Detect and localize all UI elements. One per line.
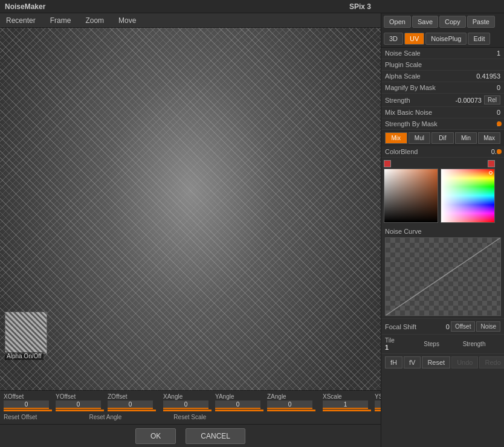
noise-curve-canvas[interactable] xyxy=(385,237,501,316)
tile-value: 1 xyxy=(385,344,422,351)
tile-label: Tile xyxy=(385,337,422,344)
zangle-input[interactable] xyxy=(267,400,312,409)
toolbar: Recenter Frame Zoom Move xyxy=(0,13,381,28)
noise-button[interactable]: Noise xyxy=(476,321,500,332)
frame-button[interactable]: Frame xyxy=(48,15,74,26)
mode-tabs: 3D UV NoisePlug Edit xyxy=(381,30,504,48)
colorblend-row: ColorBlend 0.6 xyxy=(381,146,504,158)
plugin-scale-row: Plugin Scale xyxy=(381,59,504,71)
paste-button[interactable]: Paste xyxy=(467,16,495,28)
zangle-label: ZAngle xyxy=(267,393,286,400)
right-panel: Open Save Copy Paste 3D UV NoisePlug Edi… xyxy=(381,13,504,447)
xangle-input[interactable] xyxy=(163,400,208,409)
reset-offset-button[interactable]: Reset Offset xyxy=(4,414,37,420)
cancel-button[interactable]: CANCEL xyxy=(186,428,245,444)
mix-basic-noise-row: Mix Basic Noise 0 xyxy=(381,107,504,118)
bottom-sliders: XOffset YOffset ZOffset XAngle xyxy=(0,390,381,424)
reset-button[interactable]: Reset xyxy=(422,356,450,368)
title-bar: NoiseMaker SPix 3 xyxy=(0,0,504,13)
zoffset-label: ZOffset xyxy=(108,393,128,400)
main-layout: Recenter Frame Zoom Move Alpha On/Off XO… xyxy=(0,13,504,447)
alpha-scale-label: Alpha Scale xyxy=(385,72,474,80)
ok-button[interactable]: OK xyxy=(135,428,176,444)
zoffset-group: ZOffset xyxy=(108,393,156,411)
blend-min-button[interactable]: Min xyxy=(455,132,477,144)
undo-button[interactable]: Undo xyxy=(451,356,478,368)
zoffset-bar xyxy=(108,410,156,411)
color-swatch-left[interactable] xyxy=(384,160,391,167)
tab-uv[interactable]: UV xyxy=(404,33,424,45)
copy-button[interactable]: Copy xyxy=(439,16,466,28)
rel-button[interactable]: Rel xyxy=(484,95,500,105)
offset-row: XOffset YOffset ZOffset XAngle xyxy=(4,393,377,411)
save-button[interactable]: Save xyxy=(412,16,438,28)
xscale-label: XScale xyxy=(323,393,342,400)
tab-noiseplug[interactable]: NoisePlug xyxy=(425,33,467,45)
color-section xyxy=(381,158,504,225)
xoffset-label: XOffset xyxy=(4,393,24,400)
mix-basic-noise-label: Mix Basic Noise xyxy=(385,109,494,116)
noise-scale-value: 1 xyxy=(497,50,500,57)
blend-max-button[interactable]: Max xyxy=(478,132,500,144)
tab-edit[interactable]: Edit xyxy=(468,33,490,45)
xscale-group: XScale xyxy=(323,393,371,411)
steps-label: Steps xyxy=(424,341,461,347)
xoffset-bar xyxy=(4,410,52,411)
yoffset-group: YOffset xyxy=(56,393,104,411)
alpha-scale-value: 0.41953 xyxy=(476,72,500,80)
strength-mask-label: Strength By Mask xyxy=(385,120,494,127)
xoffset-input[interactable] xyxy=(4,400,49,409)
alpha-scale-row: Alpha Scale 0.41953 xyxy=(381,71,504,82)
strength2-label: Strength xyxy=(463,341,500,347)
fv-button[interactable]: fV xyxy=(404,356,421,368)
blend-mul-button[interactable]: Mul xyxy=(409,132,431,144)
move-button[interactable]: Move xyxy=(116,15,138,26)
strength-mask-dot xyxy=(497,121,502,126)
reset-angle-button[interactable]: Reset Angle xyxy=(89,414,121,420)
yangle-input[interactable] xyxy=(215,400,260,409)
strength-row: Strength -0.00073 Rel xyxy=(381,94,504,107)
zangle-group: ZAngle xyxy=(267,393,315,411)
noise-curve-label: Noise Curve xyxy=(385,228,500,235)
gradient-picker-right[interactable] xyxy=(441,169,495,223)
color-swatch-right[interactable] xyxy=(488,160,495,167)
zoom-button[interactable]: Zoom xyxy=(83,15,106,26)
colorblend-dot xyxy=(497,149,502,154)
yangle-label: YAngle xyxy=(215,393,234,400)
offset-button[interactable]: Offset xyxy=(451,321,476,332)
xscale-bar xyxy=(323,410,371,411)
xangle-label: XAngle xyxy=(163,393,183,400)
alpha-preview xyxy=(5,312,47,354)
magnify-mask-value: 0 xyxy=(497,84,500,91)
blend-mix-button[interactable]: Mix xyxy=(385,132,407,144)
color-pickers-row xyxy=(384,160,502,223)
zoffset-input[interactable] xyxy=(108,400,153,409)
noise-scale-row: Noise Scale 1 xyxy=(381,48,504,59)
strength2-group: Strength xyxy=(463,341,500,347)
viewport: Alpha On/Off xyxy=(0,28,381,390)
ok-cancel-bar: OK CANCEL xyxy=(0,424,381,447)
noise-curve-section: Noise Curve xyxy=(381,225,504,318)
cp-cursor-right xyxy=(489,171,493,175)
tab-3d[interactable]: 3D xyxy=(384,33,403,45)
tile-steps-strength-row: Tile 1 Steps Strength xyxy=(381,334,504,353)
reset-scale-button[interactable]: Reset Scale xyxy=(173,414,206,420)
strength-label: Strength xyxy=(385,97,453,104)
svg-line-0 xyxy=(386,238,500,315)
xscale-input[interactable] xyxy=(323,400,368,409)
fh-button[interactable]: fH xyxy=(385,356,402,368)
xoffset-group: XOffset xyxy=(4,393,52,411)
focal-shift-row: Focal Shift 0 Offset Noise xyxy=(381,318,504,334)
strength-value: -0.00073 xyxy=(456,97,482,104)
recenter-button[interactable]: Recenter xyxy=(4,15,38,26)
noise-scale-label: Noise Scale xyxy=(385,50,494,57)
gradient-picker-left[interactable] xyxy=(384,169,438,223)
open-button[interactable]: Open xyxy=(384,16,411,28)
blend-dif-button[interactable]: Dif xyxy=(431,132,454,144)
fhfv-row: fH fV Reset Undo Redo xyxy=(381,353,504,371)
reset-row: Reset Offset Reset Angle Reset Scale xyxy=(4,413,377,420)
steps-group: Steps xyxy=(424,341,461,347)
alpha-label: Alpha On/Off xyxy=(5,352,44,360)
redo-button[interactable]: Redo xyxy=(479,356,504,368)
yoffset-input[interactable] xyxy=(56,400,101,409)
